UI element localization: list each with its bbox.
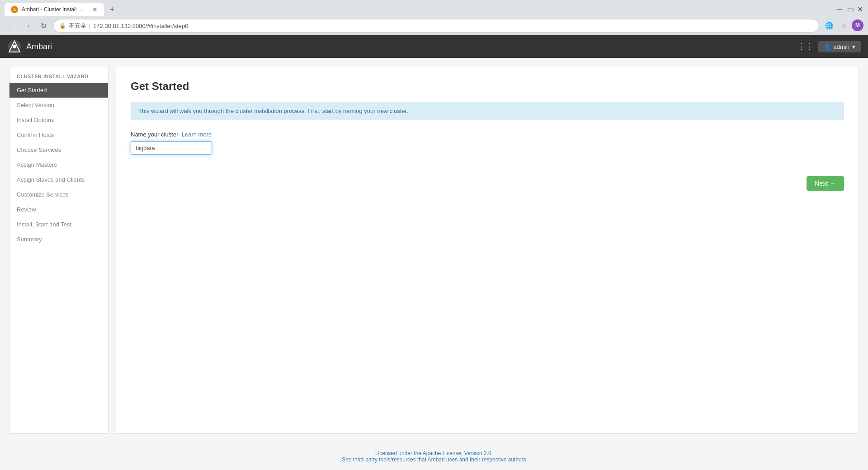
- close-tab-button[interactable]: ✕: [92, 6, 98, 13]
- next-button-label: Next →: [815, 180, 836, 187]
- cluster-name-label: Name your cluster Learn more: [131, 131, 844, 138]
- info-box: This wizard will walk you through the cl…: [131, 102, 844, 120]
- label-text: Name your cluster: [131, 131, 178, 138]
- wizard-step-review[interactable]: Review: [9, 202, 108, 217]
- app-logo: Ambari: [7, 39, 52, 54]
- forward-button[interactable]: →: [21, 19, 33, 32]
- wizard-content: Get Started This wizard will walk you th…: [116, 67, 859, 434]
- address-separator: |: [89, 23, 90, 29]
- wizard-sidebar: CLUSTER INSTALL WIZARD Get Started Selec…: [9, 67, 108, 434]
- browser-tab[interactable]: A Ambari - Cluster Install Wizard ✕: [5, 3, 104, 16]
- browser-title-bar: A Ambari - Cluster Install Wizard ✕ + ─ …: [0, 0, 868, 16]
- learn-more-link[interactable]: Learn more: [182, 131, 212, 138]
- content-footer-row: Next →: [131, 165, 844, 191]
- security-label: 不安全: [69, 22, 86, 30]
- wizard-step-select-version[interactable]: Select Version: [9, 98, 108, 113]
- address-text: 172.30.81.132:8080/#/installer/step0: [93, 23, 188, 29]
- admin-dropdown-button[interactable]: 👤 admin ▾: [818, 41, 861, 52]
- next-button[interactable]: Next →: [807, 176, 844, 191]
- new-tab-button[interactable]: +: [106, 3, 118, 16]
- browser-nav-bar: ← → ↻ 🔒 不安全 | 172.30.81.132:8080/#/insta…: [0, 16, 868, 35]
- main-layout: CLUSTER INSTALL WIZARD Get Started Selec…: [0, 58, 868, 443]
- user-avatar[interactable]: M: [852, 19, 863, 31]
- page-footer: Licensed under the Apache License, Versi…: [0, 443, 868, 470]
- ambari-logo-icon: [7, 39, 22, 54]
- wizard-step-install-options[interactable]: Install Options: [9, 113, 108, 127]
- wizard-step-choose-services[interactable]: Choose Services: [9, 142, 108, 157]
- maximize-button[interactable]: ▭: [847, 6, 854, 13]
- footer-line2: See third-party tools/resources that Amb…: [7, 456, 861, 463]
- footer-link1[interactable]: Licensed under the Apache License, Versi…: [375, 450, 493, 456]
- tab-favicon: A: [11, 6, 18, 13]
- info-text: This wizard will walk you through the cl…: [138, 108, 408, 114]
- topnav-right: ⋮⋮ 👤 admin ▾: [797, 41, 861, 52]
- wizard-step-confirm-hosts[interactable]: Confirm Hosts: [9, 127, 108, 142]
- nav-actions: 🌐 ☆ M: [823, 19, 863, 32]
- address-bar[interactable]: 🔒 不安全 | 172.30.81.132:8080/#/installer/s…: [53, 19, 819, 33]
- app-container: Ambari ⋮⋮ 👤 admin ▾ CLUSTER INSTALL WIZA…: [0, 35, 868, 470]
- svg-point-2: [13, 45, 16, 48]
- wizard-step-customize-services[interactable]: Customize Services: [9, 187, 108, 202]
- footer-line1: Licensed under the Apache License, Versi…: [7, 450, 861, 456]
- security-icon: 🔒: [59, 23, 66, 29]
- minimize-button[interactable]: ─: [837, 6, 844, 13]
- tab-title: Ambari - Cluster Install Wizard: [22, 6, 86, 13]
- window-controls: ─ ▭ ✕: [837, 6, 863, 13]
- admin-label: admin: [834, 43, 849, 50]
- wizard-sidebar-title: CLUSTER INSTALL WIZARD: [9, 67, 108, 83]
- wizard-step-get-started[interactable]: Get Started: [9, 83, 108, 98]
- wizard-step-assign-slaves[interactable]: Assign Slaves and Clients: [9, 172, 108, 187]
- app-topnav: Ambari ⋮⋮ 👤 admin ▾: [0, 35, 868, 58]
- footer-link2[interactable]: See third-party tools/resources that Amb…: [342, 456, 526, 463]
- cluster-name-input[interactable]: [131, 141, 212, 155]
- reload-button[interactable]: ↻: [37, 19, 50, 32]
- back-button[interactable]: ←: [5, 19, 17, 32]
- translate-button[interactable]: 🌐: [823, 19, 835, 32]
- user-icon: 👤: [824, 43, 831, 50]
- dropdown-arrow-icon: ▾: [852, 43, 855, 50]
- close-window-button[interactable]: ✕: [857, 6, 863, 13]
- wizard-step-install-start-test[interactable]: Install, Start and Test: [9, 217, 108, 232]
- grid-icon[interactable]: ⋮⋮: [797, 42, 814, 52]
- app-name: Ambari: [26, 42, 52, 52]
- page-title: Get Started: [131, 80, 844, 93]
- bookmark-button[interactable]: ☆: [837, 19, 850, 32]
- wizard-step-assign-masters[interactable]: Assign Masters: [9, 157, 108, 172]
- wizard-step-summary[interactable]: Summary: [9, 232, 108, 247]
